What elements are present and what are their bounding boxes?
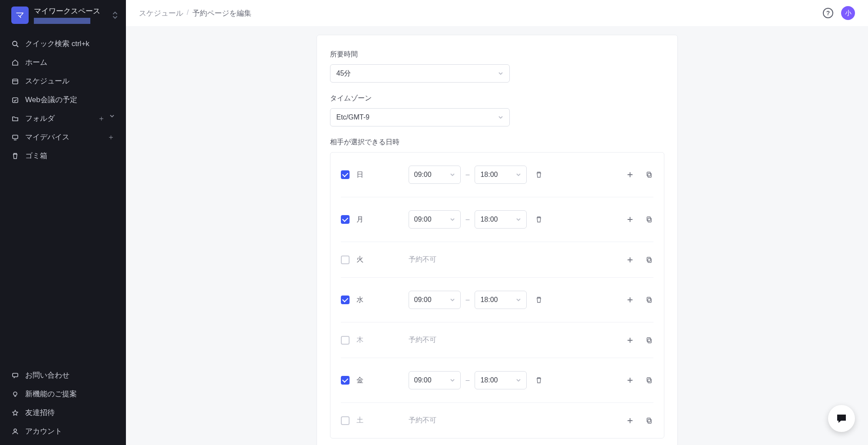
timezone-value: Etc/GMT-9 — [337, 113, 370, 121]
copy-slot-button[interactable] — [645, 215, 653, 224]
start-time-select[interactable]: 09:00 — [409, 166, 461, 184]
copy-slot-button[interactable] — [645, 296, 653, 304]
unavailable-text: 予約不可 — [409, 335, 436, 345]
nav-invite[interactable]: 友達招待 — [0, 403, 126, 422]
end-time-select[interactable]: 18:00 — [475, 210, 527, 229]
svg-rect-19 — [648, 339, 651, 343]
folder-icon — [11, 115, 19, 123]
end-time-select[interactable]: 18:00 — [475, 371, 527, 389]
start-time-select[interactable]: 09:00 — [409, 210, 461, 229]
copy-slot-button[interactable] — [645, 336, 653, 345]
day-checkbox[interactable] — [341, 296, 350, 304]
add-slot-button[interactable] — [626, 215, 634, 224]
start-time-value: 09:00 — [414, 296, 432, 304]
svg-rect-7 — [13, 373, 18, 377]
footer-nav: お問い合わせ 新機能のご提案 友達招待 アカウント — [0, 366, 126, 445]
nav-quick-search[interactable]: クイック検索 ctrl+k — [0, 34, 126, 53]
duration-select[interactable]: 45分 — [330, 64, 510, 83]
start-time-select[interactable]: 09:00 — [409, 291, 461, 309]
day-checkbox[interactable] — [341, 416, 350, 425]
svg-rect-22 — [647, 378, 650, 382]
chevron-down-icon — [516, 172, 521, 177]
copy-slot-button[interactable] — [645, 416, 653, 425]
copy-slot-button[interactable] — [645, 376, 653, 385]
trash-icon — [11, 152, 19, 160]
chevron-down-icon — [498, 71, 503, 76]
day-checkbox[interactable] — [341, 170, 350, 179]
plus-icon[interactable]: ＋ — [107, 132, 115, 142]
nav-web-meeting[interactable]: Web会議の予定 — [0, 90, 126, 109]
svg-rect-2 — [13, 79, 18, 84]
help-icon[interactable]: ? — [823, 8, 833, 18]
nav-suggest[interactable]: 新機能のご提案 — [0, 385, 126, 403]
start-time-value: 09:00 — [414, 376, 432, 384]
nav-account[interactable]: アカウント — [0, 422, 126, 441]
chevron-down-icon — [516, 378, 521, 383]
nav-home[interactable]: ホーム — [0, 53, 126, 72]
day-row: 月 09:00 – 18:00 — [341, 197, 653, 242]
unavailable-text: 予約不可 — [409, 416, 436, 425]
copy-slot-button[interactable] — [645, 256, 653, 264]
chevron-down-icon — [450, 172, 455, 177]
delete-slot-button[interactable] — [535, 216, 542, 223]
nav-trash[interactable]: ゴミ箱 — [0, 146, 126, 165]
start-time-select[interactable]: 09:00 — [409, 371, 461, 389]
add-slot-button[interactable] — [626, 296, 634, 304]
delete-slot-button[interactable] — [535, 377, 542, 384]
add-slot-button[interactable] — [626, 376, 634, 385]
add-slot-button[interactable] — [626, 336, 634, 345]
workspace-header[interactable]: マ マイワークスペース — [0, 0, 126, 30]
nav-label: ゴミ箱 — [25, 151, 115, 161]
nav-folder[interactable]: フォルダ ＋ — [0, 109, 126, 128]
end-time-value: 18:00 — [480, 376, 498, 384]
topbar: スケジュール / 予約ページを編集 ? 小 — [126, 0, 868, 26]
workspace-menu-caret-icon[interactable] — [112, 11, 118, 20]
end-time-select[interactable]: 18:00 — [475, 291, 527, 309]
delete-slot-button[interactable] — [535, 171, 542, 178]
svg-rect-13 — [648, 218, 651, 222]
duration-value: 45分 — [337, 69, 351, 78]
nav-label: スケジュール — [25, 76, 115, 86]
day-checkbox[interactable] — [341, 336, 350, 345]
chevron-down-icon — [450, 297, 455, 302]
end-time-select[interactable]: 18:00 — [475, 166, 527, 184]
delete-slot-button[interactable] — [535, 296, 542, 303]
nav-label: フォルダ — [25, 113, 92, 123]
nav-contact[interactable]: お問い合わせ — [0, 366, 126, 385]
chevron-down-icon[interactable] — [109, 113, 115, 123]
time-range-dash: – — [466, 376, 470, 384]
add-slot-button[interactable] — [626, 256, 634, 264]
svg-rect-23 — [648, 419, 651, 423]
settings-card: 所要時間 45分 タイムゾーン Etc/GMT-9 相手が選択できる日時 日 — [317, 35, 678, 445]
svg-rect-24 — [647, 418, 650, 422]
nav-my-device[interactable]: マイデバイス ＋ — [0, 128, 126, 146]
day-checkbox[interactable] — [341, 215, 350, 224]
timezone-select[interactable]: Etc/GMT-9 — [330, 108, 510, 126]
nav-label: 友達招待 — [25, 408, 115, 418]
copy-slot-button[interactable] — [645, 170, 653, 179]
search-icon — [11, 40, 19, 48]
nav-label: 新機能のご提案 — [25, 389, 115, 399]
availability-label: 相手が選択できる日時 — [330, 138, 664, 147]
add-slot-button[interactable] — [626, 170, 634, 179]
user-icon — [11, 428, 19, 435]
chevron-down-icon — [516, 297, 521, 302]
svg-rect-17 — [648, 299, 651, 302]
day-name: 日 — [356, 170, 363, 179]
day-checkbox[interactable] — [341, 376, 350, 385]
end-time-value: 18:00 — [480, 216, 498, 223]
device-icon — [11, 133, 19, 141]
workspace-title: マイワークスペース — [34, 6, 107, 16]
plus-icon[interactable]: ＋ — [98, 113, 105, 123]
day-row: 水 09:00 – 18:00 — [341, 278, 653, 322]
breadcrumb-parent[interactable]: スケジュール — [139, 8, 183, 18]
chat-icon — [11, 372, 19, 379]
chevron-down-icon — [516, 217, 521, 222]
add-slot-button[interactable] — [626, 416, 634, 425]
day-checkbox[interactable] — [341, 256, 350, 264]
chevron-down-icon — [498, 115, 503, 120]
chat-fab[interactable] — [828, 405, 855, 432]
avatar[interactable]: 小 — [841, 6, 855, 20]
nav-schedule[interactable]: スケジュール — [0, 72, 126, 90]
main: スケジュール / 予約ページを編集 ? 小 所要時間 45分 タイムゾーン Et… — [126, 0, 868, 445]
